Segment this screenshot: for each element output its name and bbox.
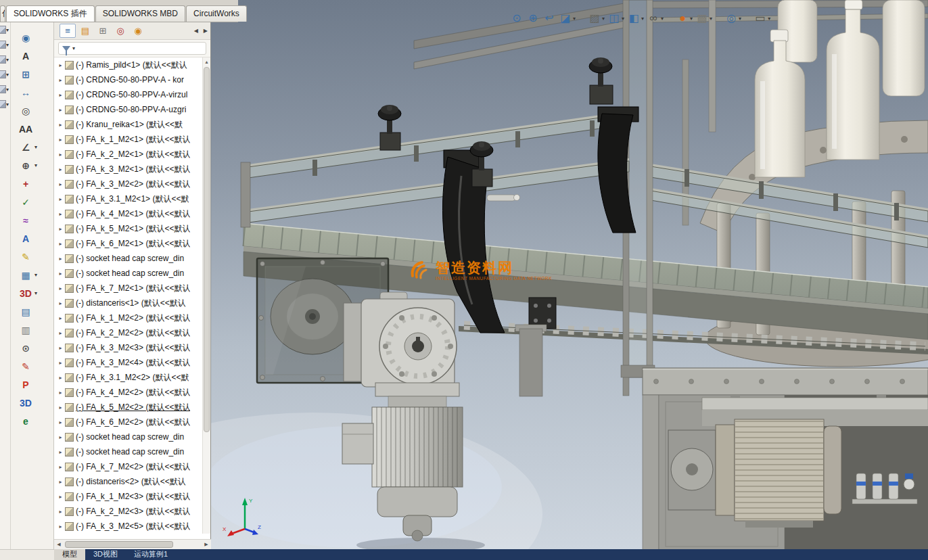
tree-item[interactable]: ▸ (-) distanceris<2> (默认<<默认 [54, 474, 203, 489]
dynamic-annotation-views-button[interactable]: ▨ ▾ [586, 9, 606, 27]
tree-filter-input[interactable]: ▾ [58, 42, 206, 55]
display-style-button[interactable]: ◧ ▾ [626, 9, 645, 27]
vertical-scroll-thumb[interactable] [204, 67, 210, 432]
tree-item[interactable]: ▸ (-) distanceris<1> (默认<<默认 [54, 296, 203, 310]
edrawings-button[interactable]: e [11, 412, 53, 430]
tree-item[interactable]: ▸ (-) FA_k_2_M2<1> (默认<<默认 [54, 147, 203, 162]
tree-item[interactable]: ▸ (-) FA_k_7_M2<1> (默认<<默认 [54, 281, 203, 296]
tree-item[interactable]: ▸ (-) socket head cap screw_din [54, 429, 203, 444]
viewport-3d[interactable]: ⊙ ⊕ ↩ ◪ ▾ ▨ [211, 0, 928, 560]
format-painter-button[interactable]: ✎ [11, 248, 53, 266]
previous-view-button[interactable]: ↩ [541, 9, 557, 27]
format-text-button[interactable]: AA [11, 120, 53, 138]
partial-toolbar-button[interactable]: ▾ [0, 97, 11, 112]
balloon-button[interactable]: ◉ [11, 28, 53, 47]
panel-scroll-right-icon[interactable]: ▶ [201, 28, 210, 34]
horizontal-scroll-track[interactable] [64, 540, 202, 549]
tab-evaluate-partial[interactable]: 估 [0, 5, 5, 22]
scroll-left-icon[interactable]: ◀ [54, 542, 64, 547]
tree-item[interactable]: ▸ (-) CRDNG-50-80-PPV-A - kor [54, 72, 203, 87]
section-view-button[interactable]: ◪ ▾ [557, 9, 577, 27]
property-manager-tab[interactable]: ▤ [77, 24, 93, 38]
scroll-right-icon[interactable]: ▶ [202, 542, 211, 547]
general-table-button[interactable]: ▦ ▾ [11, 266, 53, 284]
tree-item[interactable]: ▸ (-) CRDNG-50-80-PPV-A-virzul [54, 87, 203, 102]
expand-arrow-icon[interactable]: ▸ [57, 390, 64, 396]
expand-arrow-icon[interactable]: ▸ [57, 241, 64, 247]
auto-dimension-button[interactable]: + [11, 174, 53, 193]
worm-gearbox[interactable] [344, 292, 457, 387]
partial-toolbar-button[interactable]: ▾ [0, 82, 11, 97]
dynamic-annotation-button[interactable]: ▥ [11, 321, 53, 339]
tree-item[interactable]: ▸ (-) FA_k_6_M2<1> (默认<<默认 [54, 236, 203, 251]
expand-arrow-icon[interactable]: ▸ [57, 196, 64, 202]
expand-arrow-icon[interactable]: ▸ [57, 360, 64, 366]
zoom-to-area-button[interactable]: ⊕ [525, 9, 541, 27]
expand-arrow-icon[interactable]: ▸ [57, 166, 64, 172]
expand-arrow-icon[interactable]: ▸ [57, 226, 64, 232]
expand-arrow-icon[interactable]: ▸ [57, 181, 64, 187]
tab-solidworks-mbd[interactable]: SOLIDWORKS MBD [95, 5, 185, 22]
expand-arrow-icon[interactable]: ▸ [57, 300, 64, 306]
sketch-spline-button[interactable]: ≈ [11, 211, 53, 229]
weld-symbol-button[interactable]: ∠ ▾ [11, 138, 53, 156]
tree-item[interactable]: ▸ (-) FA_k_3_M2<2> (默认<<默认 [54, 177, 203, 191]
tree-item[interactable]: ▸ (-) FA_k_6_M2<2> (默认<<默认 [54, 415, 203, 429]
view-orientation-button[interactable]: ◫ ▾ [606, 9, 626, 27]
tree-item[interactable]: ▸ (-) socket head cap screw_din [54, 444, 203, 459]
expand-arrow-icon[interactable]: ▸ [57, 434, 64, 440]
expand-arrow-icon[interactable]: ▸ [57, 151, 64, 158]
expand-arrow-icon[interactable]: ▸ [57, 494, 64, 500]
expand-arrow-icon[interactable]: ▸ [57, 330, 64, 336]
screen-area-button[interactable]: ▭ ▾ [752, 9, 772, 27]
edit-appearance-tool-button[interactable]: ✎ [11, 357, 53, 375]
tree-item[interactable]: ▸ (-) FA_k_4_M2<2> (默认<<默认 [54, 385, 203, 400]
tree-item[interactable]: ▸ (-) socket head cap screw_din [54, 251, 203, 266]
pdf-3d-button[interactable]: 3D ▾ [11, 284, 53, 302]
tree-item[interactable]: ▸ (-) FA_k_3.1_M2<2> (默认<<默 [54, 370, 203, 385]
status-tab-motion-study[interactable]: 运动算例1 [126, 549, 176, 560]
feature-manager-tree-tab[interactable]: ≡ [60, 24, 76, 38]
dimxpert-manager-tab[interactable]: ◎ [112, 24, 129, 38]
status-tab-3d-views[interactable]: 3D视图 [85, 549, 126, 560]
tree-item[interactable]: ▸ (-) socket head cap screw_din [54, 266, 203, 281]
expand-arrow-icon[interactable]: ▸ [57, 419, 64, 425]
expand-arrow-icon[interactable]: ▸ [57, 256, 64, 262]
tree-item[interactable]: ▸ (-) Ramis_pild<1> (默认<<默认 [54, 57, 203, 72]
geometric-tolerance-button[interactable]: ⊕ ▾ [11, 156, 53, 174]
expand-arrow-icon[interactable]: ▸ [57, 375, 64, 381]
tree-item[interactable]: ▸ (-) FA_k_7_M2<2> (默认<<默认 [54, 459, 203, 474]
tree-item[interactable]: ▸ (-) FA_k_3_M2<5> (默认<<默认 [54, 519, 203, 534]
partial-toolbar-button[interactable]: ▾ [0, 67, 11, 82]
tree-item[interactable]: ▸ (-) FA_k_5_M2<1> (默认<<默认 [54, 221, 203, 236]
tab-circuitworks[interactable]: CircuitWorks [186, 5, 247, 22]
spell-checker-button[interactable]: ✓ [11, 193, 53, 211]
hide-show-items-button[interactable]: ∞ ▾ [645, 9, 665, 27]
expand-arrow-icon[interactable]: ▸ [57, 271, 64, 277]
expand-arrow-icon[interactable]: ▸ [57, 92, 64, 98]
expand-arrow-icon[interactable]: ▸ [57, 62, 64, 68]
expand-arrow-icon[interactable]: ▸ [57, 122, 64, 128]
tree-item[interactable]: ▸ (-) FA_k_3.1_M2<1> (默认<<默 [54, 191, 203, 206]
view-settings-button[interactable]: ◎ ▾ [723, 9, 743, 27]
magnifier-button[interactable]: ⊙ [11, 339, 53, 357]
status-tab-model[interactable]: 模型 [54, 549, 85, 560]
tree-item[interactable]: ▸ (-) FA_k_3_M2<3> (默认<<默认 [54, 340, 203, 355]
configuration-manager-tab[interactable]: ⊞ [95, 24, 111, 38]
partial-toolbar-button[interactable]: ▾ [0, 22, 11, 37]
tree-item[interactable]: ▸ (-) CRDNG-50-80-PPV-A-uzgri [54, 102, 203, 117]
expand-arrow-icon[interactable]: ▸ [57, 315, 64, 321]
support-post[interactable] [515, 325, 547, 396]
expand-arrow-icon[interactable]: ▸ [57, 479, 64, 485]
tab-solidworks-addins[interactable]: SOLIDWORKS 插件 [6, 5, 95, 22]
partial-toolbar-button[interactable]: ▾ [0, 52, 11, 67]
partial-toolbar-button[interactable]: ▾ [0, 37, 11, 52]
tree-item[interactable]: ▸ (-) FA_k_2_M2<2> (默认<<默认 [54, 325, 203, 340]
note-text-button[interactable]: A [11, 229, 53, 248]
tree-item[interactable]: ▸ (-) Kranu_reika<1> (默认<<默 [54, 117, 203, 132]
tree-item[interactable]: ▸ (-) FA_k_1_M2<3> (默认<<默认 [54, 489, 203, 504]
tree-item[interactable]: ▸ (-) FA_k_1_M2<2> (默认<<默认 [54, 310, 203, 325]
capture-3d-view-button[interactable]: ▤ [11, 302, 53, 321]
zoom-to-fit-button[interactable]: ⊙ [509, 9, 525, 27]
expand-arrow-icon[interactable]: ▸ [57, 77, 64, 83]
